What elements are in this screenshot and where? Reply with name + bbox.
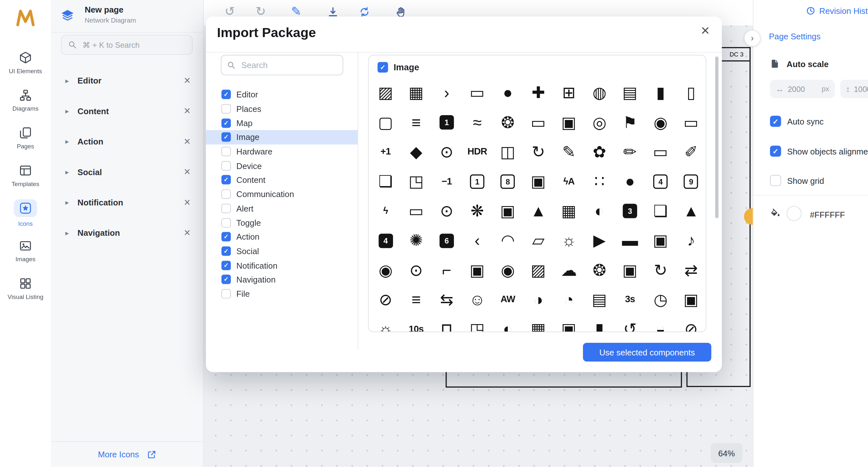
grid-icon-filter_drama[interactable]: ☁	[554, 255, 584, 285]
grid-icon-photo_camera[interactable]: ⊙	[401, 255, 431, 285]
category-device[interactable]: Device	[206, 159, 358, 173]
grid-icon-portrait[interactable]: ▣	[645, 226, 676, 255]
grid-icon-crop_square[interactable]: ▢	[370, 108, 401, 137]
grid-icon-panorama_horizontal[interactable]: ◠	[493, 226, 523, 255]
grid-icon-blur_linear[interactable]: ▤	[615, 78, 646, 108]
grid-icon-blinds[interactable]: ▤	[584, 285, 615, 315]
grid-icon-panorama_vertical[interactable]: ⊓	[431, 314, 462, 332]
category-hardware[interactable]: Hardware	[206, 145, 358, 159]
grid-icon-format_color_reset[interactable]: ⊘	[676, 314, 704, 332]
grid-icon-crop_portrait[interactable]: ▯	[676, 78, 704, 108]
grid-icon-brightness_high[interactable]: ☼	[554, 226, 584, 255]
grid-icon-flash_off[interactable]: ϟ	[370, 196, 401, 226]
grid-icon-filter_center_focus[interactable]: ◉	[645, 108, 676, 137]
grid-icon-shutter_speed[interactable]: ◷	[645, 285, 676, 315]
grid-icon-dehaze[interactable]: ≡	[401, 108, 431, 137]
category-editor[interactable]: ✓Editor	[206, 87, 358, 102]
sidebar-item-images[interactable]: Images	[0, 239, 51, 263]
chevron-right-icon[interactable]: ▸	[65, 228, 78, 237]
grid-icon-photo_album[interactable]: ❏	[645, 196, 676, 226]
section-social[interactable]: ▸ Social ×	[51, 157, 204, 187]
grid-icon-photo_size_select_small[interactable]: ▣	[554, 314, 584, 332]
category-content[interactable]: ✓Content	[206, 173, 358, 187]
grid-icon-movie_creation[interactable]: ▬	[615, 226, 646, 255]
grid-icon-select_all[interactable]: ◳	[462, 314, 493, 332]
sidebar-item-templates[interactable]: Templates	[0, 164, 51, 187]
grid-icon-brightness_low[interactable]: ☼	[370, 314, 401, 332]
grid-icon-navigate_next[interactable]: ›	[431, 78, 462, 108]
grid-icon-brightness_3[interactable]: ◔	[554, 285, 584, 315]
grid-icon-image[interactable]: ▣	[554, 108, 584, 137]
grid-icon-no_photography[interactable]: ⊘	[370, 285, 401, 315]
close-icon[interactable]: ×	[184, 136, 191, 147]
width-input[interactable]: ↔ 2000 px	[770, 80, 835, 98]
grid-icon-filter_4[interactable]: 4	[645, 167, 676, 196]
grid-icon-landscape[interactable]: ▲	[676, 196, 704, 226]
close-icon[interactable]: ×	[184, 227, 191, 238]
category-social[interactable]: ✓Social	[206, 244, 358, 258]
grid-icon-terrain[interactable]: ▲	[523, 196, 554, 226]
grid-icon-add_a_photo[interactable]: ✚	[523, 78, 554, 108]
chevron-right-icon[interactable]: ▸	[65, 106, 78, 115]
grid-icon-exposure_plus_1[interactable]: +1	[370, 137, 401, 167]
grid-icon-crop_landscape[interactable]: ▭	[462, 78, 493, 108]
app-logo[interactable]	[14, 7, 37, 31]
grid-icon-palette[interactable]: ❂	[584, 255, 615, 285]
grid-icon-navigate_before[interactable]: ‹	[462, 226, 493, 255]
panel-search[interactable]	[61, 35, 193, 55]
grid-icon-looks_3[interactable]: 3	[615, 196, 646, 226]
grid-icon-preview[interactable]: ▣	[676, 285, 704, 315]
sidebar-item-visual-listing[interactable]: Visual Listing	[0, 277, 51, 300]
grid-icon-flip_camera_android[interactable]: ⇆	[431, 285, 462, 315]
grid-icon-filter_8[interactable]: 8	[493, 167, 523, 196]
grid-icon-panorama[interactable]: ▭	[645, 137, 676, 167]
grid-icon-tune[interactable]: ≡	[401, 285, 431, 315]
category-alert[interactable]: Alert	[206, 201, 358, 215]
close-icon[interactable]: ×	[184, 105, 191, 116]
category-checkbox[interactable]	[221, 104, 231, 114]
category-checkbox[interactable]	[221, 147, 231, 156]
grid-icon-timer_10_select[interactable]: 10s	[401, 314, 431, 332]
grid-icon-brightness_1[interactable]: ●	[615, 167, 646, 196]
grid-icon-center_focus_weak[interactable]: ⊙	[431, 196, 462, 226]
search-input[interactable]	[240, 60, 337, 70]
category-checkbox[interactable]: ✓	[221, 246, 231, 256]
grid-icon-grid_off[interactable]: ▦	[554, 196, 584, 226]
grid-icon-brightness_medium[interactable]: ◆	[401, 137, 431, 167]
grid-icon-panorama_wide_angle[interactable]: ▱	[523, 226, 554, 255]
category-communication[interactable]: Communication	[206, 187, 358, 201]
grid-icon-looks_4[interactable]: 4	[370, 226, 401, 255]
category-toggle[interactable]: Toggle	[206, 215, 358, 230]
background-color-swatch[interactable]	[787, 206, 802, 221]
section-content[interactable]: ▸ Content ×	[51, 96, 204, 126]
category-checkbox[interactable]: ✓	[221, 232, 231, 242]
open-external-icon[interactable]	[147, 449, 157, 459]
grid-icon-crop[interactable]: ⌐	[431, 255, 462, 285]
grid-icon-cases[interactable]: ▣	[523, 167, 554, 196]
more-icons-link[interactable]: More Icons	[98, 449, 139, 459]
use-selected-components-button[interactable]: Use selected components	[583, 343, 711, 362]
revision-history-link[interactable]: Revision History	[806, 6, 868, 15]
grid-icon-brush[interactable]: ✎	[554, 137, 584, 167]
chevron-right-icon[interactable]: ▸	[65, 76, 78, 85]
grid-icon-slideshow[interactable]: ▶	[584, 226, 615, 255]
category-checkbox[interactable]: ✓	[221, 260, 231, 270]
category-notification[interactable]: ✓Notification	[206, 258, 358, 272]
close-icon[interactable]: ×	[701, 23, 710, 38]
grid-icon-filter_vintage[interactable]: ✿	[584, 137, 615, 167]
category-file[interactable]: File	[206, 287, 358, 301]
grid-icon-tag_faces[interactable]: ☺	[462, 285, 493, 315]
grid-icon-remove_red_eye[interactable]: ◉	[493, 255, 523, 285]
grid-icon-wb_auto[interactable]: AW	[493, 285, 523, 315]
sidebar-item-icons[interactable]: Icons	[0, 199, 51, 227]
category-image[interactable]: ✓Image	[206, 130, 358, 145]
grid-icon-deblur[interactable]: ❋	[462, 196, 493, 226]
search-input[interactable]	[81, 40, 185, 50]
image-group-checkbox[interactable]: ✓	[378, 62, 388, 72]
grid-icon-center_focus_strong[interactable]: ◎	[584, 108, 615, 137]
category-places[interactable]: Places	[206, 102, 358, 116]
grid-icon-switch_camera[interactable]: ⇄	[676, 255, 704, 285]
category-checkbox[interactable]	[221, 204, 231, 213]
grid-icon-timer_3_select[interactable]: 3s	[615, 285, 646, 315]
grid-icon-exposure_zero[interactable]: ◐	[493, 314, 523, 332]
